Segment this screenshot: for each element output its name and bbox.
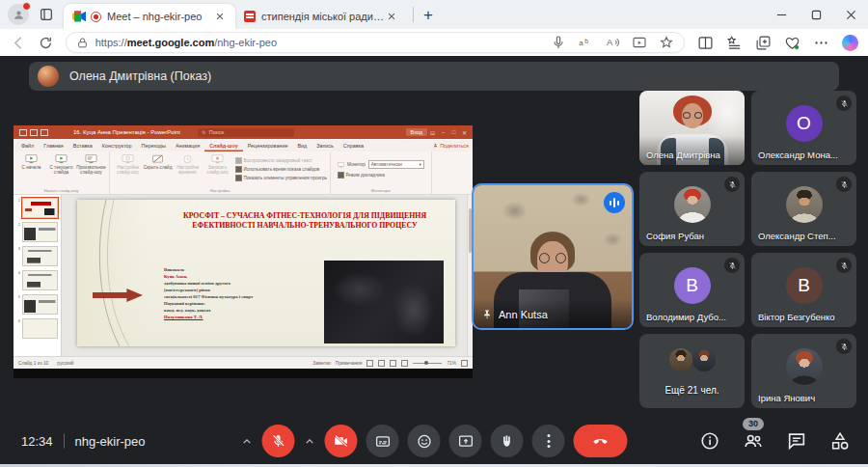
pinned-participant-tile[interactable]: Ann Kutsa	[472, 183, 634, 330]
reading-view-icon	[390, 360, 396, 367]
notification-dot	[22, 2, 31, 11]
google-meet-app: Олена Дмитрівна (Показ) 16. Куца Анна Пр…	[0, 56, 868, 467]
shared-screen-tile[interactable]: 16. Куца Анна Презентація - PowerPoint П…	[14, 125, 473, 378]
hide-slide-button: Скрыть слайд	[143, 153, 173, 185]
ribbon-group-setup: Настройка слайд-шоу Скрыть слайд Настрой…	[110, 151, 331, 194]
copilot-icon[interactable]	[842, 35, 858, 51]
tab-close-icon[interactable]	[213, 10, 227, 23]
back-icon[interactable]	[11, 35, 27, 51]
more-options-button[interactable]	[532, 425, 565, 457]
mic-off-icon	[836, 177, 852, 192]
mic-off-button[interactable]	[262, 425, 295, 457]
custom-slideshow-button: Произвольное слайд-шоу	[76, 153, 106, 185]
maximize-button[interactable]	[799, 0, 833, 29]
address-bar[interactable]: https://meet.google.com/nhg-ekir-peo ab …	[66, 32, 685, 53]
reactions-button[interactable]	[408, 425, 441, 457]
refresh-icon[interactable]	[38, 35, 54, 51]
video-options-chevron[interactable]	[304, 435, 316, 448]
captions-button[interactable]	[366, 425, 399, 457]
slide-decoration	[77, 200, 149, 346]
chevron-down-icon: ▾	[419, 162, 420, 167]
ppt-signin-button: Вход	[406, 128, 427, 136]
tab-close-icon[interactable]	[385, 10, 398, 23]
ppt-tab-slideshow: Слайд-шоу	[204, 139, 243, 151]
slide-counter: Слайд 1 из 10	[18, 361, 48, 366]
normal-view-icon	[366, 360, 373, 367]
current-slide: КРОСФІТ – СУЧАСНА ФІТНЕС-ТЕХНОЛОГІЯ ДЛЯ …	[77, 200, 455, 346]
participant-name: Володимир Дубо...	[646, 312, 726, 322]
ppt-share-button: Поделиться	[433, 139, 469, 151]
more-menu-icon[interactable]	[813, 35, 829, 51]
redo-icon	[41, 129, 48, 136]
comments-toggle: Примечания	[336, 361, 363, 366]
chat-button[interactable]	[786, 430, 807, 452]
from-current-slide-button: С текущего слайда	[46, 153, 76, 185]
browser-essentials-icon[interactable]	[784, 35, 800, 51]
meet-control-bar: 12:34 nhg-ekir-peo	[0, 415, 868, 467]
camera-off-button[interactable]	[325, 425, 358, 457]
meeting-details-button[interactable]	[699, 430, 720, 452]
participant-tile-monastyrskyi[interactable]: О Олександр Мона...	[751, 91, 856, 165]
participant-name: Олена Дмитрівна	[646, 150, 720, 160]
activities-button[interactable]	[829, 430, 851, 452]
slide-sorter-icon	[378, 360, 385, 367]
new-tab-button[interactable]: +	[423, 7, 433, 23]
mic-off-icon	[724, 258, 740, 273]
tab-divider	[413, 7, 414, 22]
collections-icon[interactable]	[755, 35, 772, 51]
voice-search-icon[interactable]	[551, 35, 566, 50]
browser-profile-button[interactable]	[8, 4, 29, 25]
zoom-level: 71%	[447, 361, 456, 366]
lock-icon	[76, 37, 89, 49]
slide-body-text: Виконала Куца Анна, здобувачка вищої осв…	[164, 266, 314, 320]
photo-avatar	[669, 348, 692, 371]
raise-hand-button[interactable]	[491, 425, 524, 457]
browser-tab-strip: Meet – nhg-ekir-peo стипендія міської ра…	[0, 0, 868, 29]
tab-search-icon[interactable]	[39, 7, 54, 22]
participant-name: Ірина Янович	[758, 393, 815, 403]
leave-call-button[interactable]	[574, 425, 628, 457]
read-aloud-icon[interactable]: A	[605, 35, 620, 50]
browser-tab-pdf[interactable]: стипендія міської ради.PDF	[235, 4, 407, 29]
monitor-play-icon	[55, 154, 68, 164]
monitor-play-icon	[25, 154, 38, 164]
use-timings-checkbox: Использовать время показа слайдов	[235, 166, 324, 173]
photo-avatar	[692, 348, 716, 371]
more-participants-tile[interactable]: Ещё 21 чел.	[639, 334, 745, 408]
participant-tile-stepanenko[interactable]: Олександр Степ...	[751, 172, 856, 246]
slide-thumbnail: 4	[15, 270, 58, 290]
close-button[interactable]	[833, 0, 868, 29]
present-screen-button[interactable]	[449, 425, 482, 457]
tab-title: стипендія міської ради.PDF	[261, 11, 385, 22]
ppt-tab-home: Главная	[39, 139, 68, 151]
zoom-slider	[413, 363, 442, 364]
translate-icon[interactable]: ab	[578, 35, 593, 50]
participant-tile-sofia[interactable]: София Рубан	[639, 172, 745, 246]
presenter-avatar	[38, 66, 59, 87]
participant-tile-olena[interactable]: Олена Дмитрівна	[639, 91, 745, 165]
monitor-icon	[338, 162, 344, 168]
browser-tab-meet[interactable]: Meet – nhg-ekir-peo	[64, 4, 235, 29]
ppt-title-bar: 16. Куца Анна Презентація - PowerPoint П…	[14, 125, 473, 139]
ppt-tab-transitions: Переходы	[137, 139, 171, 151]
recording-indicator-icon	[91, 12, 101, 22]
rehearse-timings-button: Настройка времени	[173, 153, 203, 185]
mic-off-icon	[724, 177, 740, 192]
participant-tile-iryna[interactable]: Ірина Янович	[751, 334, 856, 408]
audio-options-chevron[interactable]	[241, 435, 254, 448]
people-button[interactable]: 30	[743, 430, 764, 452]
save-icon	[19, 129, 27, 136]
ppt-tab-review: Рецензирование	[243, 139, 293, 151]
minimize-button[interactable]	[764, 0, 799, 29]
slide-thumbnails-panel: 1 2 3 4 5 6	[14, 195, 62, 356]
ppt-tab-insert: Вставка	[68, 139, 97, 151]
monitor-dropdown: Монитор Автоматически▾	[338, 160, 424, 169]
participant-tile-viktor[interactable]: В Віктор Безгубенко	[751, 253, 856, 327]
split-screen-icon[interactable]	[697, 35, 714, 51]
favorite-star-icon[interactable]	[659, 35, 674, 50]
participant-tile-volodymyr[interactable]: В Володимир Дубо...	[639, 253, 745, 327]
picture-in-picture-icon[interactable]	[632, 35, 647, 50]
favorites-bar-icon[interactable]	[726, 35, 743, 51]
slide-thumbnail: 6	[15, 318, 58, 339]
show-media-controls-checkbox: Показать элементы управления проигрывате…	[235, 175, 324, 181]
